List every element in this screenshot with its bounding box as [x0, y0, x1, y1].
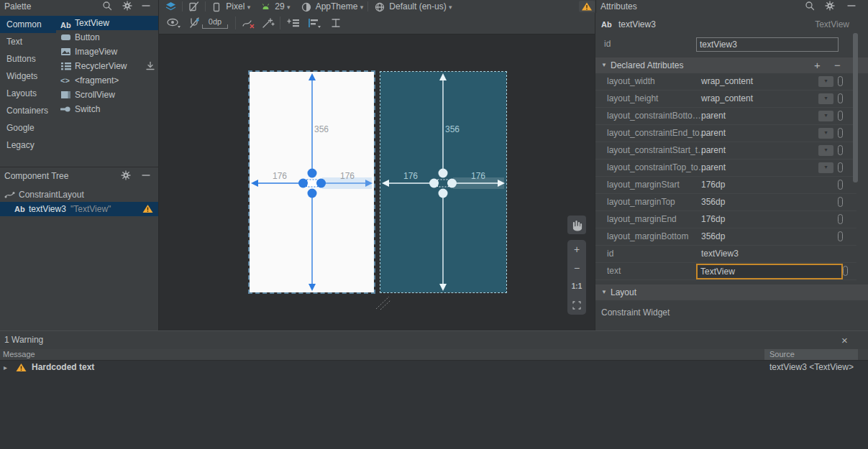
zoom-out-button[interactable]: −	[567, 259, 586, 277]
resource-picker-icon[interactable]	[838, 231, 843, 241]
view-options-icon[interactable]	[166, 17, 182, 29]
resource-picker-icon[interactable]	[838, 214, 843, 224]
constraint-handles[interactable]	[429, 169, 457, 198]
tree-item-textview3[interactable]: Ab textView3 "TextView"	[0, 202, 158, 216]
theme-selector[interactable]: AppTheme ▾	[301, 1, 363, 11]
id-input[interactable]	[696, 37, 839, 52]
preview-resize-handle[interactable]	[375, 295, 392, 310]
attribute-value[interactable]: parent	[701, 145, 726, 155]
palette-category-common[interactable]: Common	[0, 16, 56, 33]
palette-item-textview[interactable]: Ab TextView	[56, 16, 158, 30]
add-attribute-button[interactable]: +	[814, 57, 821, 73]
design-view-preview[interactable]: 356 176 176	[250, 72, 374, 292]
attribute-value[interactable]: parent	[701, 128, 726, 138]
warning-icon	[142, 204, 153, 213]
minimize-icon[interactable]	[141, 1, 154, 12]
warning-source: textView3 <TextView>	[769, 361, 854, 374]
selected-textview-widget[interactable]	[438, 180, 449, 187]
attribute-name: layout_constraintTop_to…	[607, 162, 707, 172]
align-icon[interactable]	[307, 17, 324, 29]
declared-attributes-section-header[interactable]: ▼ Declared Attributes + −	[595, 57, 868, 73]
attribute-value[interactable]: 356dp	[701, 197, 725, 207]
resource-picker-icon[interactable]	[838, 128, 843, 138]
design-surface[interactable]: 0dp	[158, 13, 595, 330]
blueprint-view-preview[interactable]: 356 176 176	[380, 72, 506, 292]
issues-warning-button[interactable]	[579, 1, 595, 12]
locale-selector[interactable]: Default (en-us) ▾	[375, 1, 452, 11]
palette-category-text[interactable]: Text	[0, 33, 56, 50]
resource-picker-icon[interactable]	[838, 162, 843, 172]
attribute-value[interactable]: 356dp	[701, 231, 725, 241]
gear-icon[interactable]	[825, 1, 838, 12]
attribute-value[interactable]: wrap_content	[701, 93, 753, 103]
search-icon[interactable]	[805, 1, 818, 12]
pack-icon[interactable]	[287, 17, 301, 29]
palette-category-legacy[interactable]: Legacy	[0, 136, 56, 154]
recyclerview-icon	[60, 61, 72, 71]
palette-item-scrollview[interactable]: ScrollView	[56, 88, 158, 102]
dropdown-button[interactable]: ▾	[818, 128, 833, 139]
design-surface-mode-icon[interactable]	[165, 1, 177, 11]
orientation-icon[interactable]	[188, 1, 200, 11]
expand-icon[interactable]: ▸	[4, 361, 7, 374]
tree-item-constraintlayout[interactable]: ConstraintLayout	[0, 188, 158, 202]
resource-picker-icon[interactable]	[843, 266, 848, 276]
attribute-value[interactable]: parent	[701, 162, 726, 172]
zoom-in-button[interactable]: +	[567, 240, 586, 259]
attribute-value[interactable]: 176dp	[701, 180, 725, 190]
autoconnect-off-icon[interactable]	[188, 17, 201, 29]
selected-textview-widget[interactable]	[307, 180, 318, 187]
palette-category-containers[interactable]: Containers	[0, 102, 56, 119]
infer-constraints-icon[interactable]	[261, 17, 275, 29]
api-level-selector[interactable]: 29 ▾	[261, 1, 291, 11]
attribute-value[interactable]: wrap_content	[701, 76, 753, 86]
palette-item-button[interactable]: Button	[56, 30, 158, 45]
minimize-icon[interactable]	[141, 170, 154, 182]
download-icon[interactable]	[145, 61, 155, 71]
palette-item-fragment[interactable]: <> <fragment>	[56, 73, 158, 88]
device-selector[interactable]: Pixel ▾	[212, 1, 250, 11]
warning-row[interactable]: ▸ Hardcoded text textView3 <TextView>	[0, 361, 868, 374]
palette-category-widgets[interactable]: Widgets	[0, 68, 56, 85]
zoom-actual-size-button[interactable]: 1:1	[567, 277, 586, 296]
resource-picker-icon[interactable]	[838, 197, 843, 207]
collapse-triangle-icon: ▼	[601, 284, 607, 300]
pan-tool-button[interactable]	[567, 216, 586, 234]
dropdown-button[interactable]: ▾	[818, 145, 833, 156]
attribute-value[interactable]: textView3	[701, 249, 739, 259]
search-icon[interactable]	[102, 1, 115, 12]
clear-constraints-icon[interactable]	[241, 17, 255, 29]
dropdown-button[interactable]: ▾	[818, 162, 833, 173]
palette-category-buttons[interactable]: Buttons	[0, 50, 56, 68]
resource-picker-icon[interactable]	[838, 111, 843, 121]
layout-section-header[interactable]: ▼ Layout	[595, 284, 868, 300]
distribute-icon[interactable]	[330, 17, 343, 29]
dropdown-button[interactable]: ▾	[818, 76, 833, 87]
palette-category-layouts[interactable]: Layouts	[0, 85, 56, 102]
default-margin-selector[interactable]: 0dp	[201, 17, 229, 29]
dropdown-button[interactable]: ▾	[818, 111, 833, 121]
gear-icon[interactable]	[122, 1, 135, 12]
close-icon[interactable]: ×	[841, 331, 848, 349]
resource-picker-icon[interactable]	[838, 180, 843, 190]
attribute-value[interactable]: 176dp	[701, 214, 725, 224]
attribute-row: layout_marginStart 176dp	[595, 177, 856, 194]
palette-item-recyclerview[interactable]: RecyclerView	[56, 59, 158, 73]
attribute-value[interactable]: parent	[701, 111, 726, 121]
attribute-row: layout_marginBottom 356dp	[595, 228, 856, 246]
device-name: Pixel	[226, 1, 245, 11]
resource-picker-icon[interactable]	[838, 93, 843, 103]
zoom-to-fit-button[interactable]	[567, 296, 586, 315]
text-attribute-input[interactable]	[696, 264, 843, 279]
attributes-scrollbar[interactable]	[853, 33, 858, 182]
gear-icon[interactable]	[121, 170, 134, 182]
resource-picker-icon[interactable]	[838, 145, 843, 155]
remove-attribute-button[interactable]: −	[834, 57, 841, 73]
dropdown-button[interactable]: ▾	[818, 93, 833, 104]
palette-item-imageview[interactable]: ImageView	[56, 45, 158, 59]
minimize-icon[interactable]	[846, 1, 859, 12]
palette-item-switch[interactable]: Switch	[56, 102, 158, 116]
palette-category-google[interactable]: Google	[0, 119, 56, 136]
source-column-header: Source	[764, 349, 858, 360]
resource-picker-icon[interactable]	[838, 76, 843, 86]
